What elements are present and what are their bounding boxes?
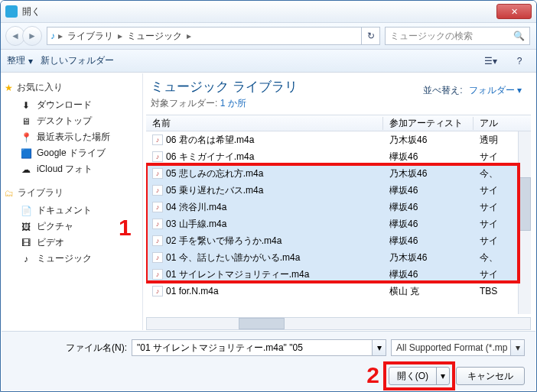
sidebar-item[interactable]: ♪ミュージック <box>12 251 139 267</box>
file-artist: 乃木坂46 <box>383 251 474 264</box>
file-artist: 欅坂46 <box>383 218 474 231</box>
help-icon: ? <box>517 56 522 66</box>
filter-combo[interactable]: All Supported Format (*.mp ▾ <box>391 339 525 356</box>
sidebar-item[interactable]: 🟦Google ドライブ <box>12 145 139 161</box>
chevron-icon: ▸ <box>187 31 191 41</box>
file-artist: 横山 克 <box>383 285 474 298</box>
file-artist: 欅坂46 <box>383 201 474 214</box>
nav-bar: ◄ ► ♪ ▸ ライブラリ ▸ ミュージック ▸ ↻ ミュージックの検索 🔍 <box>1 22 536 50</box>
filename-label: ファイル名(N): <box>12 342 127 355</box>
file-artist: 欅坂46 <box>383 268 474 281</box>
open-dialog: 開く ✕ ◄ ► ♪ ▸ ライブラリ ▸ ミュージック ▸ ↻ ミュージックの検… <box>0 0 537 392</box>
item-icon: 🖼 <box>20 222 32 232</box>
forward-button[interactable]: ► <box>22 26 42 46</box>
file-artist: 欅坂46 <box>383 151 474 164</box>
table-row[interactable]: ♪06 君の名は希望.m4a乃木坂46透明 <box>146 131 531 148</box>
audio-file-icon: ♪ <box>152 286 163 296</box>
chevron-down-icon[interactable]: ▾ <box>510 340 524 355</box>
library-icon: 🗂 <box>5 188 14 199</box>
sidebar-head-favorites[interactable]: ★ お気に入り <box>5 81 139 94</box>
search-placeholder: ミュージックの検索 <box>390 30 473 43</box>
file-name: 03 山手線.m4a <box>166 218 226 231</box>
audio-file-icon: ♪ <box>152 219 163 229</box>
sidebar-item-label: ビデオ <box>37 236 64 249</box>
table-row[interactable]: ♪01 サイレントマジョリティー.m4a欅坂46サイ <box>146 266 531 283</box>
breadcrumb-seg[interactable]: ミュージック <box>124 30 185 43</box>
toolbar: 整理▾ 新しいフォルダー ☰▾ ? <box>1 50 536 73</box>
column-headers: 名前 参加アーティスト アル <box>146 115 531 131</box>
sidebar-item-label: ドキュメント <box>37 204 92 217</box>
audio-file-icon: ♪ <box>152 202 163 212</box>
view-icon: ☰ <box>484 56 493 66</box>
table-row[interactable]: ♪01 for.N.m4a横山 克TBS <box>146 283 531 300</box>
refresh-button[interactable]: ↻ <box>362 27 380 45</box>
table-row[interactable]: ♪05 乗り遅れたバス.m4a欅坂46サイ <box>146 182 531 199</box>
library-locations-link[interactable]: 1 か所 <box>220 98 246 109</box>
vertical-scrollbar[interactable] <box>518 131 531 314</box>
library-subtitle: 対象フォルダー: 1 か所 <box>151 97 535 110</box>
scrollbar-thumb[interactable] <box>239 318 285 329</box>
audio-file-icon: ♪ <box>152 252 163 263</box>
filename-input[interactable]: "01 サイレントマジョリティー.m4a" "05 ▾ <box>132 339 386 356</box>
chevron-down-icon[interactable]: ▾ <box>372 340 386 355</box>
organize-menu[interactable]: 整理▾ <box>7 54 33 67</box>
audio-file-icon: ♪ <box>152 134 163 145</box>
refresh-icon: ↻ <box>367 31 375 41</box>
sort-controls: 並べ替え: フォルダー ▾ <box>423 84 522 97</box>
column-name[interactable]: 名前 <box>146 117 383 130</box>
annotation-2: 2 <box>366 362 379 388</box>
search-icon: 🔍 <box>513 31 525 41</box>
column-artist[interactable]: 参加アーティスト <box>383 117 474 130</box>
file-name: 06 キミガイナイ.m4a <box>166 151 254 164</box>
help-button[interactable]: ? <box>509 53 530 70</box>
horizontal-scrollbar[interactable] <box>146 317 531 330</box>
sidebar-item[interactable]: ☁iCloud フォト <box>12 161 139 177</box>
audio-file-icon: ♪ <box>152 151 163 162</box>
sidebar-item-label: 最近表示した場所 <box>37 131 110 144</box>
star-icon: ★ <box>5 83 13 93</box>
annotation-1: 1 <box>119 215 132 241</box>
open-button[interactable]: 開く(O) ▾ <box>389 367 450 385</box>
music-icon: ♪ <box>50 31 55 41</box>
file-artist: 乃木坂46 <box>383 134 474 147</box>
sidebar-item[interactable]: 🖥デスクトップ <box>12 113 139 129</box>
table-row[interactable]: ♪01 今、話したい誰かがいる.m4a乃木坂46今、 <box>146 249 531 266</box>
sidebar-item-label: ミュージック <box>37 252 92 265</box>
audio-file-icon: ♪ <box>152 185 163 196</box>
sort-menu[interactable]: フォルダー ▾ <box>469 84 522 97</box>
table-row[interactable]: ♪06 キミガイナイ.m4a欅坂46サイ <box>146 148 531 165</box>
cancel-button[interactable]: キャンセル <box>456 367 525 385</box>
sidebar-item[interactable]: ⬇ダウンロード <box>12 97 139 113</box>
chevron-down-icon[interactable]: ▾ <box>437 371 449 381</box>
table-row[interactable]: ♪05 悲しみの忘れ方.m4a乃木坂46今、 <box>146 165 531 182</box>
chevron-down-icon: ▾ <box>28 56 33 66</box>
table-row[interactable]: ♪02 手を繋いで帰ろうか.m4a欅坂46サイ <box>146 232 531 249</box>
footer: ファイル名(N): "01 サイレントマジョリティー.m4a" "05 ▾ Al… <box>2 331 535 390</box>
view-button[interactable]: ☰▾ <box>480 53 501 70</box>
sidebar-item-label: Google ドライブ <box>37 147 106 160</box>
sidebar-head-libraries[interactable]: 🗂 ライブラリ <box>5 186 139 199</box>
audio-file-icon: ♪ <box>152 235 163 246</box>
item-icon: 🖥 <box>20 116 32 127</box>
table-row[interactable]: ♪03 山手線.m4a欅坂46サイ <box>146 215 531 232</box>
new-folder-button[interactable]: 新しいフォルダー <box>41 54 114 67</box>
file-list[interactable]: ♪06 君の名は希望.m4a乃木坂46透明♪06 キミガイナイ.m4a欅坂46サ… <box>146 131 531 314</box>
breadcrumb[interactable]: ♪ ▸ ライブラリ ▸ ミュージック ▸ <box>47 27 362 45</box>
chevron-icon: ▸ <box>58 31 63 41</box>
item-icon: 🟦 <box>20 148 32 159</box>
sidebar-item-label: ピクチャ <box>37 220 73 233</box>
column-album[interactable]: アル <box>474 117 531 130</box>
breadcrumb-seg[interactable]: ライブラリ <box>64 30 116 43</box>
file-name: 04 渋谷川.m4a <box>166 201 226 214</box>
sidebar-item-label: iCloud フォト <box>37 163 93 176</box>
sidebar-item-label: デスクトップ <box>37 115 92 128</box>
close-button[interactable]: ✕ <box>496 4 532 19</box>
scrollbar-thumb[interactable] <box>519 177 531 231</box>
item-icon: 📍 <box>20 132 32 143</box>
search-input[interactable]: ミュージックの検索 🔍 <box>385 27 530 45</box>
item-icon: ⬇ <box>20 100 32 111</box>
table-row[interactable]: ♪04 渋谷川.m4a欅坂46サイ <box>146 199 531 215</box>
sidebar: ★ お気に入り ⬇ダウンロード🖥デスクトップ📍最近表示した場所🟦Google ド… <box>2 73 143 330</box>
sidebar-item[interactable]: 📍最近表示した場所 <box>12 129 139 145</box>
sidebar-item-label: ダウンロード <box>37 99 92 112</box>
